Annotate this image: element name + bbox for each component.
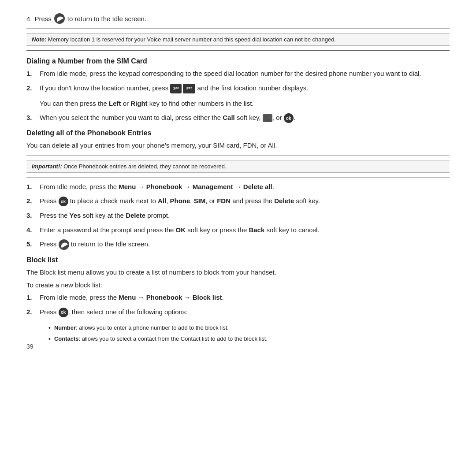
step4-top-num: 4. — [26, 15, 32, 22]
block-sub-item-1: Number: allows you to enter a phone numb… — [48, 324, 268, 333]
ok-icon-3: ok — [59, 308, 68, 317]
end-call-icon-2 — [59, 239, 69, 250]
block-body1: The Block list menu allows you to create… — [26, 268, 450, 278]
dialing-step-1-num: 1. — [26, 69, 36, 79]
deleting-steps: 1. From Idle mode, press the Menu → Phon… — [26, 182, 450, 250]
dialing-step-2-sub: You can then press the Left or Right key… — [26, 99, 254, 109]
dialing-heading: Dialing a Number from the SIM Card — [26, 57, 450, 65]
deleting-step-3-num: 3. — [26, 211, 36, 221]
block-step-2-content: Press ok, then select one of the followi… — [40, 307, 188, 317]
dialing-step-1: 1. From Idle mode, press the keypad corr… — [26, 69, 450, 79]
block-heading: Block list — [26, 256, 450, 264]
ok-icon-2: ok — [59, 197, 68, 206]
step4-top: 4. Press to return to the Idle screen. — [26, 13, 450, 24]
block-step-2: 2. Press ok, then select one of the foll… — [26, 307, 450, 346]
deleting-step-3-content: Press the Yes soft key at the Delete pro… — [40, 211, 450, 221]
important-label: Important!: — [32, 163, 62, 170]
block-body2: To create a new block list: — [26, 280, 450, 290]
icon-hash: #s† — [183, 84, 195, 93]
dialing-step-2-num: 2. — [26, 83, 36, 93]
step4-top-text-after: to return to the Idle screen. — [67, 15, 146, 22]
deleting-heading: Deleting all of the Phonebook Entries — [26, 129, 450, 137]
dialing-step-2: 2. If you don't know the location number… — [26, 83, 450, 109]
page-number: 39 — [26, 343, 33, 350]
important-box: Important!: Once Phonebook entries are d… — [26, 160, 450, 173]
deleting-step-2-content: Press ok to place a check mark next to A… — [40, 196, 450, 206]
icons-1gc-hash: 1oc#s† — [170, 84, 195, 93]
deleting-step-2: 2. Press ok to place a check mark next t… — [26, 196, 450, 206]
deleting-step-5-content: Press to return to the Idle screen. — [40, 239, 450, 250]
deleting-step-2-num: 2. — [26, 196, 36, 206]
block-steps: 1. From Idle mode, press the Menu → Phon… — [26, 293, 450, 346]
deleting-step-4: 4. Enter a password at the prompt and pr… — [26, 225, 450, 235]
deleting-step-1: 1. From Idle mode, press the Menu → Phon… — [26, 182, 450, 192]
divider-note-bottom — [26, 50, 450, 51]
deleting-step-5-num: 5. — [26, 239, 36, 249]
dialing-step-1-text: From Idle mode, press the keypad corresp… — [40, 69, 450, 79]
ok-icon-1: ok — [284, 113, 294, 123]
note-label: Note: — [32, 36, 46, 43]
important-text: Once Phonebook entries are deleted, they… — [63, 163, 226, 170]
deleting-body: You can delete all your entries from you… — [26, 141, 450, 151]
deleting-step-4-num: 4. — [26, 225, 36, 235]
note-text: Memory location 1 is reserved for your V… — [48, 36, 336, 43]
deleting-step-4-content: Enter a password at the prompt and press… — [40, 225, 450, 235]
step4-top-text-before: Press — [35, 15, 52, 22]
dialing-step-3-content: When you select the number you want to d… — [40, 113, 450, 123]
dialing-step-3-num: 3. — [26, 113, 36, 123]
dialing-step-3: 3. When you select the number you want t… — [26, 113, 450, 123]
call-icon: 📞 — [263, 114, 272, 122]
block-sub-list: Number: allows you to enter a phone numb… — [26, 324, 268, 346]
dialing-step-2-content: If you don't know the location number, p… — [40, 83, 308, 93]
block-step-1-num: 1. — [26, 293, 36, 303]
divider-important-bottom — [26, 177, 450, 178]
block-step-1: 1. From Idle mode, press the Menu → Phon… — [26, 293, 450, 303]
deleting-step-1-content: From Idle mode, press the Menu → Phonebo… — [40, 182, 450, 192]
icon-1gc: 1oc — [170, 84, 182, 93]
end-call-icon — [54, 13, 65, 24]
note-box: Note: Memory location 1 is reserved for … — [26, 33, 450, 46]
divider-important-top — [26, 155, 450, 156]
block-sub-item-2: Contacts: allows you to select a contact… — [48, 335, 268, 344]
deleting-step-3: 3. Press the Yes soft key at the Delete … — [26, 211, 450, 221]
block-step-2-num: 2. — [26, 307, 36, 317]
divider-top — [26, 28, 450, 29]
dialing-steps: 1. From Idle mode, press the keypad corr… — [26, 69, 450, 123]
deleting-step-5: 5. Press to return to the Idle screen. — [26, 239, 450, 250]
block-step-1-content: From Idle mode, press the Menu → Phonebo… — [40, 293, 450, 303]
deleting-step-1-num: 1. — [26, 182, 36, 192]
